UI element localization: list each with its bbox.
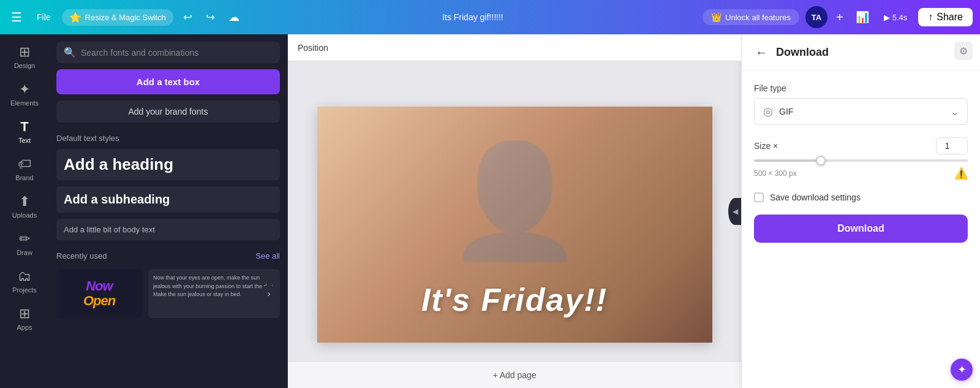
download-header: ← Download — [742, 34, 980, 71]
now-open-preview: Now — [83, 279, 115, 294]
search-input[interactable] — [81, 48, 273, 58]
add-page-bar[interactable]: + Add page — [288, 361, 741, 388]
sidebar-item-elements[interactable]: ✦ Elements — [3, 77, 46, 112]
heading-style-option[interactable]: Add a heading — [56, 149, 280, 180]
recently-used-header: Recently used See all — [56, 251, 280, 261]
search-box[interactable]: 🔍 — [56, 42, 280, 63]
design-canvas[interactable]: 👤 It's Friday!! — [317, 107, 712, 343]
size-field: Size × 500 × 300 px ⚠️ — [754, 137, 968, 180]
position-tab[interactable]: Position — [298, 43, 328, 53]
elements-label: Elements — [10, 99, 39, 107]
unlock-features-button[interactable]: 👑 Unlock all features — [703, 9, 799, 25]
elements-icon: ✦ — [19, 82, 30, 97]
default-styles-label: Default text styles — [56, 134, 280, 143]
size-info-row: 500 × 300 px ⚠️ — [754, 167, 968, 180]
duration-label: 5.4s — [892, 13, 908, 22]
recently-used-label: Recently used — [56, 251, 107, 261]
sidebar-icons: ⊞ Design ✦ Elements T Text 🏷 Brand ⬆ Upl… — [0, 34, 49, 388]
save-settings-checkbox[interactable] — [754, 192, 764, 202]
canvas-image: 👤 It's Friday!! — [317, 107, 712, 343]
magic-switch-button[interactable]: ⭐ Resize & Magic Switch — [62, 9, 173, 26]
see-all-link[interactable]: See all — [255, 251, 280, 261]
analytics-icon[interactable]: 📊 — [852, 7, 873, 28]
help-button[interactable]: ✦ — [951, 359, 973, 381]
size-slider[interactable] — [754, 159, 968, 162]
preview-button[interactable]: ▶ 5.4s — [879, 10, 913, 25]
sidebar-item-apps[interactable]: ⊞ Apps — [3, 301, 46, 336]
draw-label: Draw — [17, 249, 32, 256]
font-previews: Now Open Now that your eyes are open, ma… — [56, 269, 280, 318]
share-button[interactable]: ↑ Share — [918, 8, 973, 26]
uploads-icon: ⬆ — [19, 194, 30, 210]
file-type-label: File type — [754, 83, 968, 93]
canvas-overlay-text: It's Friday!! — [317, 281, 712, 318]
design-label: Design — [14, 62, 35, 69]
magic-switch-icon: ⭐ — [69, 12, 81, 23]
apps-icon: ⊞ — [19, 306, 30, 322]
redo-button[interactable]: ↪ — [202, 7, 219, 28]
back-button[interactable]: ← — [754, 44, 769, 61]
sidebar-item-brand[interactable]: 🏷 Brand — [3, 151, 46, 186]
file-type-value: GIF — [779, 107, 944, 116]
slider-thumb[interactable] — [816, 156, 826, 165]
brand-fonts-button[interactable]: Add your brand fonts — [56, 101, 280, 123]
save-cloud-icon[interactable]: ☁ — [225, 7, 243, 28]
file-type-select[interactable]: ◎ GIF ⌄ — [754, 98, 968, 125]
document-title[interactable]: Its Friday gif!!!!!! — [249, 12, 696, 22]
save-settings-label: Save download settings — [770, 192, 861, 202]
play-icon: ▶ — [884, 13, 890, 22]
share-label: Share — [937, 12, 963, 23]
chevron-down-icon: ⌄ — [951, 106, 959, 118]
slider-track — [754, 159, 968, 162]
hide-panel-button[interactable]: ◀ — [728, 198, 741, 225]
sidebar-item-uploads[interactable]: ⬆ Uploads — [3, 189, 46, 224]
sidebar-item-text[interactable]: T Text — [3, 114, 46, 149]
brand-label: Brand — [15, 174, 33, 181]
add-collaborator-button[interactable]: + — [834, 8, 846, 27]
apps-label: Apps — [17, 324, 32, 331]
sidebar-item-draw[interactable]: ✏ Draw — [3, 226, 46, 261]
search-icon: 🔍 — [64, 47, 76, 58]
gif-icon: ◎ — [763, 105, 773, 118]
size-info-text: 500 × 300 px — [754, 169, 797, 178]
settings-icon[interactable]: ⚙ — [954, 42, 973, 60]
brand-icon: 🏷 — [18, 156, 31, 172]
font-preview-now-open[interactable]: Now Open — [56, 269, 142, 318]
sidebar-item-design[interactable]: ⊞ Design — [3, 39, 46, 74]
size-value-input[interactable] — [936, 137, 968, 154]
body-style-option[interactable]: Add a little bit of body text — [56, 219, 280, 240]
unlock-label: Unlock all features — [725, 13, 791, 22]
download-title: Download — [776, 46, 829, 59]
sidebar-item-projects[interactable]: 🗂 Projects — [3, 264, 46, 299]
person-placeholder: 👤 — [446, 136, 584, 266]
download-button[interactable]: Download — [754, 215, 968, 243]
magic-switch-label: Resize & Magic Switch — [85, 13, 166, 22]
canvas-content: 👤 It's Friday!! — [288, 61, 741, 388]
crown-icon: 👑 — [711, 12, 722, 22]
next-arrow-button[interactable]: › — [260, 285, 277, 302]
file-type-field: File type ◎ GIF ⌄ — [754, 83, 968, 125]
text-label: Text — [18, 137, 31, 144]
size-label: Size × — [754, 141, 778, 151]
projects-label: Projects — [12, 286, 37, 294]
design-icon: ⊞ — [19, 44, 30, 60]
topbar: ☰ File ⭐ Resize & Magic Switch ↩ ↪ ☁ Its… — [0, 0, 980, 34]
file-menu[interactable]: File — [32, 10, 56, 25]
uploads-label: Uploads — [12, 211, 37, 219]
subheading-style-option[interactable]: Add a subheading — [56, 186, 280, 213]
draw-icon: ✏ — [19, 231, 30, 247]
user-avatar[interactable]: TA — [805, 6, 827, 28]
download-body: File type ◎ GIF ⌄ Size × — [742, 71, 980, 255]
download-panel: ⚙ ← Download File type ◎ GIF ⌄ Size × — [741, 34, 980, 388]
warning-icon: ⚠️ — [954, 167, 968, 180]
undo-button[interactable]: ↩ — [179, 7, 196, 28]
size-row: Size × — [754, 137, 968, 154]
projects-icon: 🗂 — [18, 268, 31, 284]
share-icon: ↑ — [928, 12, 933, 23]
text-icon: T — [20, 119, 28, 135]
person-area: 👤 — [356, 113, 673, 290]
menu-icon[interactable]: ☰ — [7, 6, 26, 28]
add-text-button[interactable]: Add a text box — [56, 69, 280, 94]
main-layout: ⊞ Design ✦ Elements T Text 🏷 Brand ⬆ Upl… — [0, 34, 980, 388]
slider-fill — [754, 159, 818, 162]
